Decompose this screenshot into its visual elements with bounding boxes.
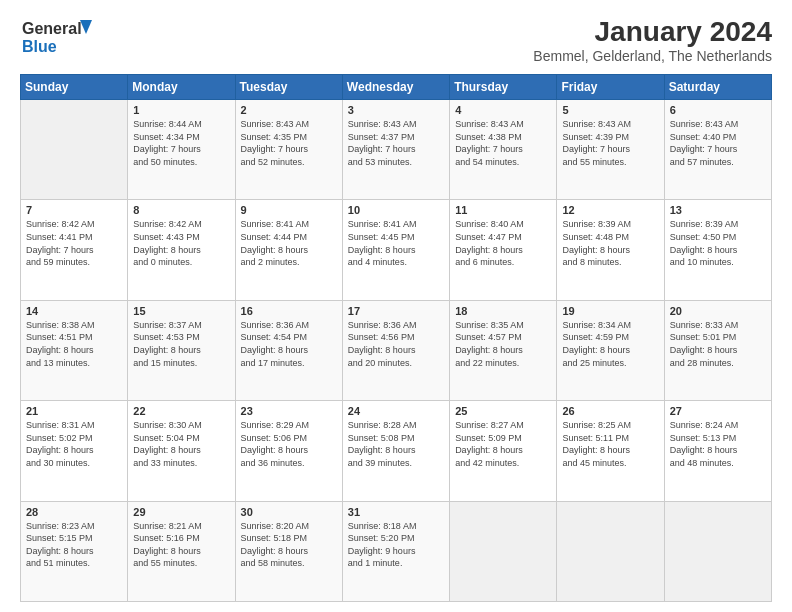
day-info: Sunrise: 8:25 AM Sunset: 5:11 PM Dayligh… <box>562 419 658 469</box>
day-number: 27 <box>670 405 766 417</box>
day-number: 22 <box>133 405 229 417</box>
logo: GeneralBlue <box>20 16 100 56</box>
day-info: Sunrise: 8:43 AM Sunset: 4:35 PM Dayligh… <box>241 118 337 168</box>
calendar-cell: 26Sunrise: 8:25 AM Sunset: 5:11 PM Dayli… <box>557 401 664 501</box>
day-info: Sunrise: 8:29 AM Sunset: 5:06 PM Dayligh… <box>241 419 337 469</box>
page: GeneralBlue January 2024 Bemmel, Gelderl… <box>0 0 792 612</box>
calendar-cell: 30Sunrise: 8:20 AM Sunset: 5:18 PM Dayli… <box>235 501 342 601</box>
day-info: Sunrise: 8:18 AM Sunset: 5:20 PM Dayligh… <box>348 520 444 570</box>
calendar-cell: 22Sunrise: 8:30 AM Sunset: 5:04 PM Dayli… <box>128 401 235 501</box>
day-number: 29 <box>133 506 229 518</box>
calendar-cell: 9Sunrise: 8:41 AM Sunset: 4:44 PM Daylig… <box>235 200 342 300</box>
calendar-cell: 7Sunrise: 8:42 AM Sunset: 4:41 PM Daylig… <box>21 200 128 300</box>
day-number: 10 <box>348 204 444 216</box>
day-number: 21 <box>26 405 122 417</box>
calendar-cell: 1Sunrise: 8:44 AM Sunset: 4:34 PM Daylig… <box>128 100 235 200</box>
day-number: 17 <box>348 305 444 317</box>
header-wednesday: Wednesday <box>342 75 449 100</box>
day-info: Sunrise: 8:41 AM Sunset: 4:45 PM Dayligh… <box>348 218 444 268</box>
svg-text:Blue: Blue <box>22 38 57 55</box>
day-number: 14 <box>26 305 122 317</box>
calendar-cell: 14Sunrise: 8:38 AM Sunset: 4:51 PM Dayli… <box>21 300 128 400</box>
calendar-cell: 10Sunrise: 8:41 AM Sunset: 4:45 PM Dayli… <box>342 200 449 300</box>
day-number: 24 <box>348 405 444 417</box>
day-info: Sunrise: 8:37 AM Sunset: 4:53 PM Dayligh… <box>133 319 229 369</box>
day-info: Sunrise: 8:36 AM Sunset: 4:56 PM Dayligh… <box>348 319 444 369</box>
day-info: Sunrise: 8:20 AM Sunset: 5:18 PM Dayligh… <box>241 520 337 570</box>
logo-svg: GeneralBlue <box>20 16 100 56</box>
calendar-cell: 31Sunrise: 8:18 AM Sunset: 5:20 PM Dayli… <box>342 501 449 601</box>
calendar-cell <box>21 100 128 200</box>
calendar-cell: 24Sunrise: 8:28 AM Sunset: 5:08 PM Dayli… <box>342 401 449 501</box>
calendar-cell: 12Sunrise: 8:39 AM Sunset: 4:48 PM Dayli… <box>557 200 664 300</box>
calendar-cell: 6Sunrise: 8:43 AM Sunset: 4:40 PM Daylig… <box>664 100 771 200</box>
calendar-cell: 13Sunrise: 8:39 AM Sunset: 4:50 PM Dayli… <box>664 200 771 300</box>
day-info: Sunrise: 8:24 AM Sunset: 5:13 PM Dayligh… <box>670 419 766 469</box>
day-number: 31 <box>348 506 444 518</box>
day-info: Sunrise: 8:40 AM Sunset: 4:47 PM Dayligh… <box>455 218 551 268</box>
day-number: 7 <box>26 204 122 216</box>
week-row-2: 7Sunrise: 8:42 AM Sunset: 4:41 PM Daylig… <box>21 200 772 300</box>
title-block: January 2024 Bemmel, Gelderland, The Net… <box>533 16 772 64</box>
day-info: Sunrise: 8:42 AM Sunset: 4:41 PM Dayligh… <box>26 218 122 268</box>
day-info: Sunrise: 8:38 AM Sunset: 4:51 PM Dayligh… <box>26 319 122 369</box>
calendar-cell: 15Sunrise: 8:37 AM Sunset: 4:53 PM Dayli… <box>128 300 235 400</box>
day-info: Sunrise: 8:43 AM Sunset: 4:37 PM Dayligh… <box>348 118 444 168</box>
subtitle: Bemmel, Gelderland, The Netherlands <box>533 48 772 64</box>
svg-marker-2 <box>80 20 92 34</box>
day-info: Sunrise: 8:34 AM Sunset: 4:59 PM Dayligh… <box>562 319 658 369</box>
week-row-5: 28Sunrise: 8:23 AM Sunset: 5:15 PM Dayli… <box>21 501 772 601</box>
calendar-cell: 19Sunrise: 8:34 AM Sunset: 4:59 PM Dayli… <box>557 300 664 400</box>
week-row-3: 14Sunrise: 8:38 AM Sunset: 4:51 PM Dayli… <box>21 300 772 400</box>
day-number: 13 <box>670 204 766 216</box>
calendar-cell: 2Sunrise: 8:43 AM Sunset: 4:35 PM Daylig… <box>235 100 342 200</box>
day-number: 6 <box>670 104 766 116</box>
day-number: 16 <box>241 305 337 317</box>
header: GeneralBlue January 2024 Bemmel, Gelderl… <box>20 16 772 64</box>
header-tuesday: Tuesday <box>235 75 342 100</box>
day-number: 23 <box>241 405 337 417</box>
calendar-cell: 20Sunrise: 8:33 AM Sunset: 5:01 PM Dayli… <box>664 300 771 400</box>
week-row-1: 1Sunrise: 8:44 AM Sunset: 4:34 PM Daylig… <box>21 100 772 200</box>
week-row-4: 21Sunrise: 8:31 AM Sunset: 5:02 PM Dayli… <box>21 401 772 501</box>
calendar-cell: 5Sunrise: 8:43 AM Sunset: 4:39 PM Daylig… <box>557 100 664 200</box>
day-number: 8 <box>133 204 229 216</box>
day-number: 12 <box>562 204 658 216</box>
calendar-cell: 28Sunrise: 8:23 AM Sunset: 5:15 PM Dayli… <box>21 501 128 601</box>
header-sunday: Sunday <box>21 75 128 100</box>
day-number: 4 <box>455 104 551 116</box>
calendar-cell: 11Sunrise: 8:40 AM Sunset: 4:47 PM Dayli… <box>450 200 557 300</box>
calendar-cell: 3Sunrise: 8:43 AM Sunset: 4:37 PM Daylig… <box>342 100 449 200</box>
day-info: Sunrise: 8:33 AM Sunset: 5:01 PM Dayligh… <box>670 319 766 369</box>
calendar-cell: 4Sunrise: 8:43 AM Sunset: 4:38 PM Daylig… <box>450 100 557 200</box>
day-info: Sunrise: 8:39 AM Sunset: 4:48 PM Dayligh… <box>562 218 658 268</box>
day-info: Sunrise: 8:35 AM Sunset: 4:57 PM Dayligh… <box>455 319 551 369</box>
day-number: 1 <box>133 104 229 116</box>
day-info: Sunrise: 8:43 AM Sunset: 4:40 PM Dayligh… <box>670 118 766 168</box>
day-number: 20 <box>670 305 766 317</box>
day-info: Sunrise: 8:36 AM Sunset: 4:54 PM Dayligh… <box>241 319 337 369</box>
calendar-cell: 25Sunrise: 8:27 AM Sunset: 5:09 PM Dayli… <box>450 401 557 501</box>
header-friday: Friday <box>557 75 664 100</box>
header-monday: Monday <box>128 75 235 100</box>
day-number: 3 <box>348 104 444 116</box>
calendar-cell: 18Sunrise: 8:35 AM Sunset: 4:57 PM Dayli… <box>450 300 557 400</box>
calendar-cell: 17Sunrise: 8:36 AM Sunset: 4:56 PM Dayli… <box>342 300 449 400</box>
day-number: 28 <box>26 506 122 518</box>
day-info: Sunrise: 8:21 AM Sunset: 5:16 PM Dayligh… <box>133 520 229 570</box>
svg-text:General: General <box>22 20 82 37</box>
day-number: 11 <box>455 204 551 216</box>
day-info: Sunrise: 8:43 AM Sunset: 4:39 PM Dayligh… <box>562 118 658 168</box>
calendar-cell <box>557 501 664 601</box>
day-number: 18 <box>455 305 551 317</box>
calendar-header-row: SundayMondayTuesdayWednesdayThursdayFrid… <box>21 75 772 100</box>
day-info: Sunrise: 8:43 AM Sunset: 4:38 PM Dayligh… <box>455 118 551 168</box>
day-number: 26 <box>562 405 658 417</box>
day-info: Sunrise: 8:42 AM Sunset: 4:43 PM Dayligh… <box>133 218 229 268</box>
day-info: Sunrise: 8:28 AM Sunset: 5:08 PM Dayligh… <box>348 419 444 469</box>
day-info: Sunrise: 8:30 AM Sunset: 5:04 PM Dayligh… <box>133 419 229 469</box>
day-number: 25 <box>455 405 551 417</box>
calendar-cell: 29Sunrise: 8:21 AM Sunset: 5:16 PM Dayli… <box>128 501 235 601</box>
header-saturday: Saturday <box>664 75 771 100</box>
calendar-cell: 21Sunrise: 8:31 AM Sunset: 5:02 PM Dayli… <box>21 401 128 501</box>
